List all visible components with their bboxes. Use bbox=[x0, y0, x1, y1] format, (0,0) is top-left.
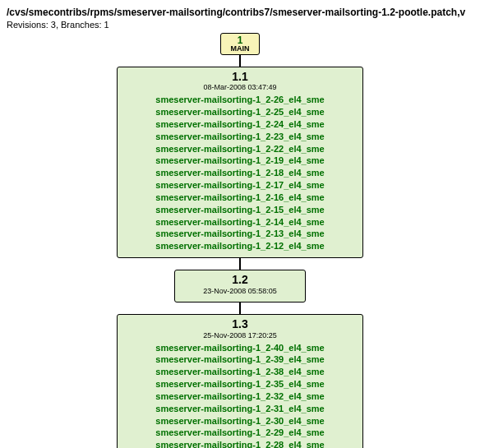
connector bbox=[239, 55, 241, 67]
revision-box-1-2: 1.2 23-Nov-2008 05:58:05 bbox=[174, 270, 306, 303]
revision-number: 1.1 bbox=[124, 71, 356, 83]
revision-tag: smeserver-mailsorting-1_2-24_el4_sme bbox=[124, 118, 356, 131]
revision-number: 1.3 bbox=[124, 318, 356, 330]
revision-tag: smeserver-mailsorting-1_2-12_el4_sme bbox=[124, 240, 356, 252]
revision-tag: smeserver-mailsorting-1_2-26_el4_sme bbox=[124, 94, 356, 106]
file-path: /cvs/smecontribs/rpms/smeserver-mailsort… bbox=[7, 7, 473, 18]
revision-tag: smeserver-mailsorting-1_2-19_el4_sme bbox=[124, 155, 356, 167]
revision-tag: smeserver-mailsorting-1_2-18_el4_sme bbox=[124, 167, 356, 179]
revision-tag: smeserver-mailsorting-1_2-39_el4_sme bbox=[124, 353, 356, 366]
revision-tag: smeserver-mailsorting-1_2-35_el4_sme bbox=[124, 378, 356, 390]
revision-tag: smeserver-mailsorting-1_2-22_el4_sme bbox=[124, 143, 356, 155]
revision-tag: smeserver-mailsorting-1_2-16_el4_sme bbox=[124, 192, 356, 204]
revision-tag: smeserver-mailsorting-1_2-28_el4_sme bbox=[124, 439, 356, 448]
connector bbox=[239, 258, 241, 270]
branch-name: MAIN bbox=[224, 45, 256, 53]
revision-date: 23-Nov-2008 05:58:05 bbox=[182, 287, 298, 296]
revision-tag: smeserver-mailsorting-1_2-40_el4_sme bbox=[124, 342, 356, 354]
revision-tag: smeserver-mailsorting-1_2-23_el4_sme bbox=[124, 131, 356, 143]
revision-tag: smeserver-mailsorting-1_2-13_el4_sme bbox=[124, 228, 356, 240]
revision-box-1-3: 1.3 25-Nov-2008 17:20:25 smeserver-mails… bbox=[117, 314, 363, 448]
revision-date: 25-Nov-2008 17:20:25 bbox=[124, 331, 356, 340]
revision-tag: smeserver-mailsorting-1_2-38_el4_sme bbox=[124, 366, 356, 378]
revision-number: 1.2 bbox=[182, 274, 298, 286]
revision-date: 08-Mar-2008 03:47:49 bbox=[124, 83, 356, 92]
revision-tag: smeserver-mailsorting-1_2-30_el4_sme bbox=[124, 415, 356, 427]
connector bbox=[239, 303, 241, 314]
revision-tag: smeserver-mailsorting-1_2-17_el4_sme bbox=[124, 179, 356, 192]
revision-tag: smeserver-mailsorting-1_2-15_el4_sme bbox=[124, 204, 356, 216]
branch-box: 1 MAIN bbox=[220, 33, 260, 55]
revision-tag: smeserver-mailsorting-1_2-14_el4_sme bbox=[124, 216, 356, 229]
revision-box-1-1: 1.1 08-Mar-2008 03:47:49 smeserver-mails… bbox=[117, 67, 363, 258]
revision-tag: smeserver-mailsorting-1_2-31_el4_sme bbox=[124, 403, 356, 415]
revision-tag: smeserver-mailsorting-1_2-25_el4_sme bbox=[124, 106, 356, 118]
revision-tag: smeserver-mailsorting-1_2-29_el4_sme bbox=[124, 427, 356, 439]
revision-meta: Revisions: 3, Branches: 1 bbox=[7, 20, 473, 30]
revision-graph: 1 MAIN 1.1 08-Mar-2008 03:47:49 smeserve… bbox=[7, 33, 473, 448]
revision-tag: smeserver-mailsorting-1_2-32_el4_sme bbox=[124, 390, 356, 403]
